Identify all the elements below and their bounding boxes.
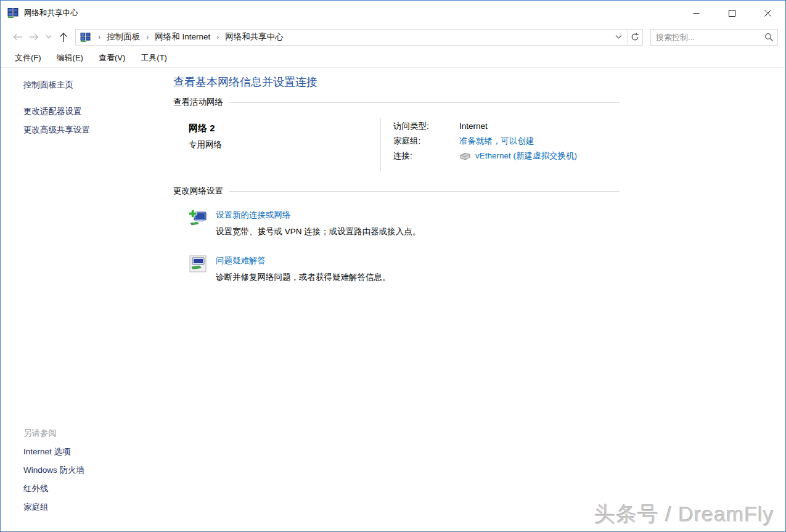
breadcrumb-network-internet[interactable]: 网络和 Internet	[154, 30, 211, 44]
network-sharing-center-icon	[80, 33, 91, 42]
access-type-value: Internet	[459, 119, 488, 134]
sidebar: 控制面板主页 更改适配器设置 更改高级共享设置 另请参阅 Internet 选项…	[1, 68, 173, 531]
search-box	[650, 29, 778, 46]
see-also-section: 另请参阅 Internet 选项 Windows 防火墙 红外线 家庭组	[23, 424, 84, 517]
back-arrow-icon	[12, 32, 23, 42]
see-also-header: 另请参阅	[23, 424, 84, 443]
network-details: 访问类型: Internet 家庭组: 准备就绪，可以创建 连接:	[381, 118, 577, 171]
sidebar-item-change-adapter-settings[interactable]: 更改适配器设置	[23, 102, 173, 121]
title-bar: 网络和共享中心	[1, 1, 785, 25]
sidebar-item-windows-firewall[interactable]: Windows 防火墙	[23, 461, 84, 480]
close-button[interactable]	[750, 1, 785, 25]
task-text: 问题疑难解答 诊断并修复网络问题，或者获得疑难解答信息。	[216, 254, 391, 283]
breadcrumb-separator: ›	[211, 33, 224, 41]
network-identity: 网络 2 专用网络	[173, 118, 381, 171]
navigation-bar: › 控制面板 › 网络和 Internet › 网络和共享中心	[1, 25, 785, 49]
homegroup-row: 家庭组: 准备就绪，可以创建	[393, 134, 577, 149]
search-input[interactable]	[656, 33, 764, 42]
troubleshoot-link[interactable]: 问题疑难解答	[216, 254, 391, 266]
ethernet-adapter-icon	[459, 152, 471, 160]
breadcrumb-separator: ›	[141, 33, 154, 41]
homegroup-label: 家庭组:	[393, 134, 459, 149]
chevron-down-icon	[615, 35, 622, 39]
refresh-icon	[631, 33, 639, 41]
access-type-label: 访问类型:	[393, 119, 459, 134]
sidebar-item-homegroup[interactable]: 家庭组	[23, 498, 84, 517]
new-connection-icon	[189, 209, 207, 227]
troubleshoot-task: 问题疑难解答 诊断并修复网络问题，或者获得疑难解答信息。	[173, 254, 620, 283]
connection-row: 连接: vEthernet (新建虚拟交换机)	[393, 149, 577, 163]
breadcrumb-separator: ›	[93, 33, 105, 41]
minimize-button[interactable]	[678, 1, 714, 25]
up-button[interactable]	[55, 29, 72, 45]
chevron-down-icon	[46, 35, 52, 39]
section-rule	[229, 102, 620, 103]
menu-file[interactable]: 文件(F)	[9, 50, 47, 66]
active-networks-section-header: 查看活动网络	[173, 97, 620, 108]
network-type: 专用网络	[189, 139, 380, 150]
close-icon	[764, 10, 771, 17]
troubleshoot-desc: 诊断并修复网络问题，或者获得疑难解答信息。	[216, 272, 391, 283]
change-network-settings-label: 更改网络设置	[173, 186, 223, 197]
connection-label: 连接:	[393, 149, 459, 163]
section-rule	[229, 191, 620, 192]
search-icon[interactable]	[764, 33, 774, 42]
minimize-icon	[693, 10, 700, 17]
sidebar-item-change-advanced-sharing[interactable]: 更改高级共享设置	[23, 121, 173, 139]
menu-edit[interactable]: 编辑(E)	[51, 50, 89, 66]
setup-new-connection-task: 设置新的连接或网络 设置宽带、拨号或 VPN 连接；或设置路由器或接入点。	[173, 208, 620, 237]
window-controls	[678, 1, 785, 25]
active-network-panel: 网络 2 专用网络 访问类型: Internet 家庭组: 准备就绪，可以创建 …	[173, 118, 620, 171]
troubleshoot-icon	[189, 255, 207, 273]
menu-bar: 文件(F) 编辑(E) 查看(V) 工具(T)	[1, 49, 785, 68]
breadcrumb-control-panel[interactable]: 控制面板	[105, 30, 141, 44]
back-button[interactable]	[9, 29, 26, 45]
homegroup-ready-link[interactable]: 准备就绪，可以创建	[459, 134, 534, 149]
address-bar[interactable]: › 控制面板 › 网络和 Internet › 网络和共享中心	[75, 29, 628, 46]
refresh-button[interactable]	[628, 29, 644, 46]
setup-new-connection-link[interactable]: 设置新的连接或网络	[216, 208, 420, 220]
maximize-button[interactable]	[714, 1, 750, 25]
change-network-settings-header: 更改网络设置	[173, 186, 620, 197]
forward-button[interactable]	[26, 29, 43, 45]
task-text: 设置新的连接或网络 设置宽带、拨号或 VPN 连接；或设置路由器或接入点。	[216, 208, 420, 237]
setup-new-connection-desc: 设置宽带、拨号或 VPN 连接；或设置路由器或接入点。	[216, 226, 420, 237]
client-area: 控制面板主页 更改适配器设置 更改高级共享设置 另请参阅 Internet 选项…	[1, 68, 785, 531]
maximize-icon	[729, 10, 735, 17]
network-name: 网络 2	[189, 123, 380, 134]
active-networks-label: 查看活动网络	[173, 97, 223, 108]
network-sharing-center-icon	[7, 8, 18, 18]
window-title: 网络和共享中心	[24, 8, 78, 18]
sidebar-item-internet-options[interactable]: Internet 选项	[23, 443, 84, 461]
page-title: 查看基本网络信息并设置连接	[173, 75, 620, 89]
main-content: 查看基本网络信息并设置连接 查看活动网络 网络 2 专用网络 访问类型: Int…	[173, 68, 620, 283]
access-type-row: 访问类型: Internet	[393, 119, 577, 134]
up-arrow-icon	[59, 32, 68, 43]
sidebar-item-control-panel-home[interactable]: 控制面板主页	[23, 79, 173, 91]
recent-pages-button[interactable]	[43, 29, 55, 45]
menu-tools[interactable]: 工具(T)	[134, 50, 173, 66]
forward-arrow-icon	[29, 32, 39, 42]
sidebar-item-infrared[interactable]: 红外线	[23, 480, 84, 498]
address-dropdown-button[interactable]	[610, 30, 628, 45]
connection-value: vEthernet (新建虚拟交换机)	[459, 149, 577, 163]
vethernet-connection-link[interactable]: vEthernet (新建虚拟交换机)	[475, 149, 577, 163]
network-sharing-center-window: 网络和共享中心	[0, 0, 786, 532]
menu-view[interactable]: 查看(V)	[92, 50, 131, 66]
breadcrumb-network-sharing-center[interactable]: 网络和共享中心	[224, 30, 285, 44]
